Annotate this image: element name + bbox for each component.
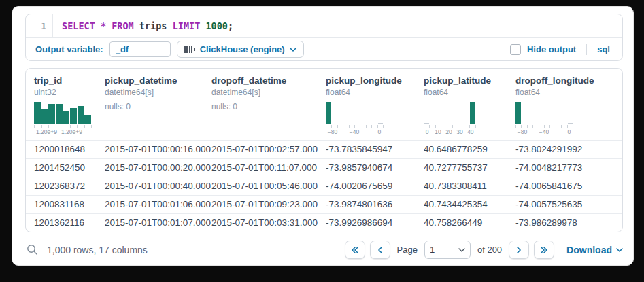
page-select[interactable]: 1 xyxy=(424,241,471,259)
column-histogram: 010203040 xyxy=(424,102,481,135)
table-cell: 2015-07-01T00:01:06.000 xyxy=(105,196,211,213)
code-token: SELECT xyxy=(62,20,95,31)
table-cell: 1200018648 xyxy=(34,141,105,158)
table-row: 12000186482015-07-01T00:00:16.0002015-07… xyxy=(26,140,622,158)
null-count: nulls: 0 xyxy=(211,102,326,111)
table-cell: -73.9926986694 xyxy=(326,214,424,232)
row-summary-text: 1,000 rows, 17 columns xyxy=(47,245,148,255)
column-header[interactable]: dropoff_longitudefloat64−80−400 xyxy=(515,75,622,136)
table-cell: 2015-07-01T00:09:23.000 xyxy=(211,196,326,213)
code-token: ; xyxy=(228,20,233,31)
chevron-down-icon xyxy=(290,48,296,52)
table-cell: -73.9874801636 xyxy=(326,196,424,213)
page-select-value: 1 xyxy=(430,245,435,255)
table-cell: 2015-07-01T00:00:16.000 xyxy=(105,141,211,158)
code-token: 1000 xyxy=(205,20,228,31)
last-page-button[interactable] xyxy=(534,241,554,259)
hide-output-label[interactable]: Hide output xyxy=(527,44,576,54)
results-table-panel: trip_iduint321.20e+91.20e+9pickup_dateti… xyxy=(25,68,623,232)
sql-editor-panel: 1 SELECT * FROM trips LIMIT 1000; Output… xyxy=(25,14,623,61)
table-cell: 1201362116 xyxy=(34,214,105,232)
chevron-down-icon xyxy=(458,248,465,252)
table-cell: 40.758266449 xyxy=(424,214,515,232)
code-token: * xyxy=(101,20,106,31)
page-label: Page xyxy=(397,245,418,255)
row-summary: 1,000 rows, 17 columns xyxy=(27,244,148,255)
download-label: Download xyxy=(566,245,612,255)
table-cell: -74.0048217773 xyxy=(515,159,622,177)
download-button[interactable]: Download xyxy=(566,245,623,255)
table-cell: -73.986289978 xyxy=(515,214,622,232)
cell-toolbar: Output variable: ClickHouse (engine) Hid… xyxy=(26,38,622,60)
page-count-label: of 200 xyxy=(477,245,502,255)
engine-selector[interactable]: ClickHouse (engine) xyxy=(177,41,304,58)
table-cell: 1201452450 xyxy=(34,159,105,177)
code-line[interactable]: SELECT * FROM trips LIMIT 1000; xyxy=(53,14,233,37)
column-header[interactable]: dropoff_datetimedatetime64[s]nulls: 0 xyxy=(211,75,326,136)
language-badge[interactable]: sql xyxy=(597,44,610,54)
column-type: uint32 xyxy=(34,88,105,97)
table-cell: 2015-07-01T00:05:46.000 xyxy=(211,177,326,195)
code-token xyxy=(106,20,112,31)
column-header[interactable]: pickup_longitudefloat64−80−400 xyxy=(326,75,424,136)
next-page-button[interactable] xyxy=(509,241,529,259)
table-body: 12000186482015-07-01T00:00:16.0002015-07… xyxy=(26,140,622,232)
code-token xyxy=(200,20,205,31)
table-row: 12014524502015-07-01T00:00:20.0002015-07… xyxy=(26,158,622,177)
chevron-down-icon xyxy=(616,248,623,252)
column-type: float64 xyxy=(326,88,424,97)
engine-selector-label: ClickHouse (engine) xyxy=(200,44,285,54)
column-histogram: 1.20e+91.20e+9 xyxy=(34,102,91,135)
table-cell: 2015-07-01T00:11:07.000 xyxy=(211,159,326,177)
column-header[interactable]: pickup_datetimedatetime64[s]nulls: 0 xyxy=(105,75,211,136)
table-cell: -73.8024291992 xyxy=(515,141,622,158)
column-type: datetime64[s] xyxy=(105,88,211,97)
first-page-button[interactable] xyxy=(345,241,365,259)
column-header[interactable]: trip_iduint321.20e+91.20e+9 xyxy=(34,75,105,136)
column-type: datetime64[s] xyxy=(211,88,326,97)
column-name: pickup_datetime xyxy=(105,75,211,86)
code-token: LIMIT xyxy=(173,20,201,31)
table-cell: 40.7383308411 xyxy=(424,177,515,195)
column-name: pickup_latitude xyxy=(424,75,515,86)
table-cell: -73.9857940674 xyxy=(326,159,424,177)
column-name: dropoff_datetime xyxy=(211,75,326,86)
column-header[interactable]: pickup_latitudefloat64010203040 xyxy=(424,75,515,136)
clickhouse-icon xyxy=(184,46,195,53)
column-type: float64 xyxy=(424,88,515,97)
toolbar-divider xyxy=(586,44,587,55)
column-name: dropoff_longitude xyxy=(515,75,622,86)
code-token: FROM xyxy=(112,20,134,31)
table-cell: -74.0020675659 xyxy=(326,177,424,195)
table-cell: 40.7277755737 xyxy=(424,159,515,177)
table-cell: 40.7434425354 xyxy=(424,196,515,213)
output-variable-label: Output variable: xyxy=(35,44,103,54)
table-cell: 1200831168 xyxy=(34,196,105,213)
table-cell: -73.7835845947 xyxy=(326,141,424,158)
column-histogram: −80−400 xyxy=(515,102,573,135)
code-token: trips xyxy=(134,20,173,31)
table-cell: 2015-07-01T00:01:07.000 xyxy=(105,214,211,232)
table-cell: 40.6486778259 xyxy=(424,141,515,158)
sql-cell-card: 1 SELECT * FROM trips LIMIT 1000; Output… xyxy=(12,6,634,266)
column-type: float64 xyxy=(515,88,622,97)
column-name: trip_id xyxy=(34,75,105,86)
output-variable-input[interactable] xyxy=(109,41,171,57)
table-cell: 2015-07-01T00:00:40.000 xyxy=(105,177,211,195)
table-row: 12023683722015-07-01T00:00:40.0002015-07… xyxy=(26,177,622,195)
prev-page-button[interactable] xyxy=(370,241,390,259)
pagination: Page 1 of 200 Download xyxy=(345,241,623,259)
column-name: pickup_longitude xyxy=(326,75,424,86)
table-cell: -74.0065841675 xyxy=(515,177,622,195)
table-row: 12013621162015-07-01T00:01:07.0002015-07… xyxy=(26,213,622,232)
table-cell: 2015-07-01T00:00:20.000 xyxy=(105,159,211,177)
code-row: 1 SELECT * FROM trips LIMIT 1000; xyxy=(26,14,622,37)
table-row: 12008311682015-07-01T00:01:06.0002015-07… xyxy=(26,195,622,213)
line-number: 1 xyxy=(26,14,53,37)
code-token xyxy=(95,20,101,31)
search-icon[interactable] xyxy=(27,244,38,255)
table-cell: -74.0057525635 xyxy=(515,196,622,213)
column-histogram: −80−400 xyxy=(326,102,383,135)
hide-output-checkbox[interactable] xyxy=(510,44,521,55)
table-cell: 2015-07-01T00:03:31.000 xyxy=(211,214,326,232)
